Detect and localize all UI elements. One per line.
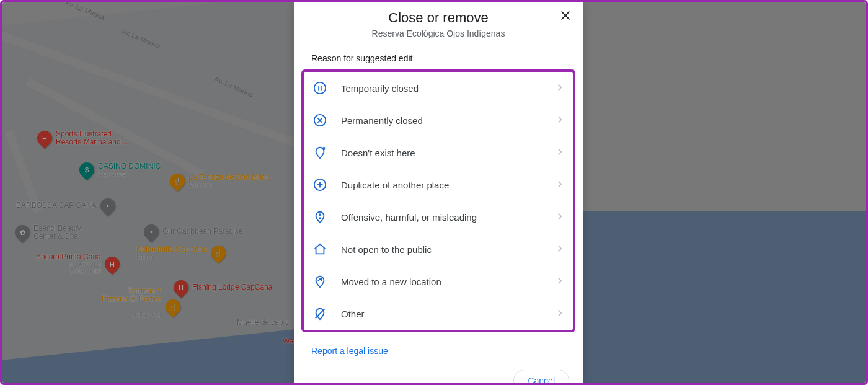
edit-reasons-list: Temporarily closed Permanently closed	[301, 69, 575, 332]
svg-point-14	[319, 218, 320, 218]
arrow-pin-icon	[312, 274, 327, 289]
chevron-right-icon	[556, 243, 564, 256]
chevron-right-icon	[556, 82, 564, 95]
option-offensive[interactable]: Offensive, harmful, or misleading	[304, 201, 573, 233]
section-label: Reason for suggested edit	[294, 42, 583, 69]
modal-subtitle: Reserva Ecológica Ojos Indígenas	[324, 29, 553, 38]
x-circle-icon	[312, 113, 327, 128]
option-moved[interactable]: Moved to a new location	[304, 265, 573, 298]
alert-pin-icon	[312, 210, 327, 224]
close-or-remove-modal: Close or remove Reserva Ecológica Ojos I…	[294, 1, 583, 385]
option-duplicate[interactable]: Duplicate of another place	[304, 169, 573, 201]
close-icon	[559, 9, 572, 25]
home-icon	[312, 242, 327, 257]
option-label: Not open to the public	[341, 244, 542, 255]
svg-point-2	[314, 82, 326, 94]
modal-footer: Cancel	[294, 363, 583, 385]
option-label: Temporarily closed	[341, 83, 542, 94]
option-other[interactable]: Other	[304, 298, 573, 330]
modal-title: Close or remove	[324, 10, 553, 26]
option-not-public[interactable]: Not open to the public	[304, 233, 573, 265]
option-label: Permanently closed	[341, 115, 542, 126]
pause-icon	[312, 81, 327, 95]
option-label: Duplicate of another place	[341, 180, 542, 190]
option-doesnt-exist[interactable]: Doesn't exist here	[304, 136, 573, 169]
plus-circle-icon	[312, 177, 327, 192]
chevron-right-icon	[556, 114, 564, 127]
option-label: Doesn't exist here	[341, 148, 542, 158]
pin-x-icon	[312, 145, 327, 160]
chevron-right-icon	[556, 179, 564, 192]
option-temporarily-closed[interactable]: Temporarily closed	[304, 72, 573, 104]
report-legal-issue-link[interactable]: Report a legal issue	[294, 339, 405, 363]
pin-slash-icon	[312, 306, 327, 321]
option-label: Other	[341, 309, 542, 319]
chevron-right-icon	[556, 275, 564, 288]
option-label: Offensive, harmful, or misleading	[341, 212, 542, 223]
option-permanently-closed[interactable]: Permanently closed	[304, 104, 573, 136]
close-button[interactable]	[557, 9, 574, 26]
chevron-right-icon	[556, 211, 564, 224]
modal-header: Close or remove Reserva Ecológica Ojos I…	[294, 1, 583, 42]
chevron-right-icon	[556, 146, 564, 159]
option-label: Moved to a new location	[341, 277, 542, 287]
chevron-right-icon	[556, 308, 564, 321]
cancel-button[interactable]: Cancel	[513, 370, 569, 385]
